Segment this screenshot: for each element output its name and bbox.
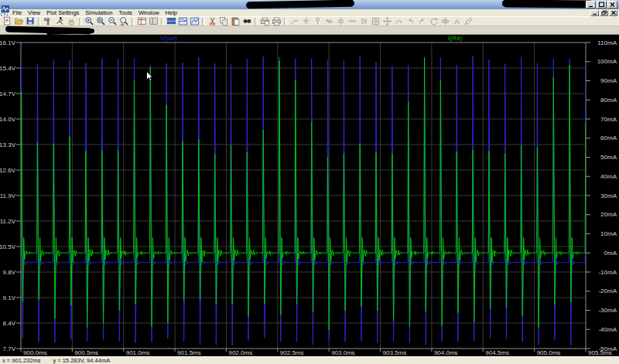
find-button[interactable]: [241, 17, 253, 26]
x-tick-label: 903.5ms: [383, 349, 407, 356]
x-tick-label: 905.0ms: [537, 349, 561, 356]
toolbar-separator: [202, 18, 205, 26]
y-left-tick-label: 14.0V: [0, 116, 16, 123]
x-tick-label: 901.0ms: [126, 349, 150, 356]
sync-plot-button[interactable]: [189, 17, 200, 26]
y-right-tick-label: -30mA: [598, 307, 617, 314]
menu-bar: FileViewPlot SettingsSimulationToolsWind…: [0, 9, 619, 16]
x-tick-label: 904.5ms: [485, 349, 509, 356]
edit-button: [463, 17, 474, 26]
zoom-back-button[interactable]: [118, 17, 130, 26]
y-left-tick-label: 12.6V: [0, 167, 16, 174]
menu-item-plot-settings[interactable]: Plot Settings: [43, 9, 82, 16]
mdi-restore-icon: [601, 10, 607, 15]
mouse-cursor-icon: [146, 71, 153, 82]
y-right-tick-label: 110mA: [597, 39, 617, 46]
diode-icon: [359, 16, 369, 26]
move-button: [381, 17, 393, 26]
new-schematic-button[interactable]: [2, 17, 13, 26]
menu-item-view[interactable]: View: [25, 9, 43, 16]
maximize-button[interactable]: [597, 1, 607, 9]
y-left-tick-label: 10.5V: [0, 243, 16, 250]
text-button: A: [451, 17, 463, 26]
print-button[interactable]: [271, 17, 282, 26]
mdi-minimize-button[interactable]: [590, 10, 599, 16]
zoom-in-button[interactable]: [84, 17, 95, 26]
mdi-minimize-icon: [592, 10, 598, 15]
mdi-restore-button[interactable]: [600, 10, 608, 16]
text-icon: A: [452, 16, 462, 26]
copy-icon: [219, 16, 229, 26]
inductor-icon: [347, 16, 357, 26]
trace-label[interactable]: I(R4): [448, 35, 462, 42]
y-right-tick-label: 50mA: [600, 154, 617, 161]
x-tick-label: 904.0ms: [434, 349, 458, 356]
y-right-tick-label: -40mA: [598, 326, 617, 333]
diode-button: [358, 17, 370, 26]
resistor-button: [323, 17, 335, 26]
waveform-plot[interactable]: 900.0ms900.5ms901.0ms901.5ms902.0ms902.5…: [0, 35, 619, 356]
mdi-close-icon: [610, 10, 617, 15]
open-button[interactable]: [13, 17, 25, 26]
ltspice-window: FileViewPlot SettingsSimulationToolsWind…: [0, 0, 619, 364]
x-tick-label: 900.5ms: [74, 349, 98, 356]
menu-item-help[interactable]: Help: [162, 9, 180, 16]
mdi-close-button[interactable]: [609, 10, 617, 16]
status-bar: x = 901.232ms y = 15.283V, 94.44mA: [0, 356, 619, 364]
halt-button: [66, 17, 77, 26]
minimize-button[interactable]: [586, 1, 596, 9]
paste-button[interactable]: [230, 17, 241, 26]
print-preview-button[interactable]: [259, 17, 271, 26]
mdi-window-controls: [590, 10, 617, 16]
capacitor-button: [335, 17, 347, 26]
maximize-icon: [598, 2, 605, 8]
inductor-button: [347, 17, 358, 26]
spice-netlist-button[interactable]: [136, 17, 148, 26]
svg-text:A: A: [454, 17, 460, 26]
plot-settings-button[interactable]: [166, 17, 177, 26]
cut-button[interactable]: [207, 17, 218, 26]
y-left-tick-label: 16.1V: [0, 39, 16, 46]
redo-button: [416, 17, 428, 26]
redaction-mark: [246, 0, 354, 9]
y-left-tick-label: 15.4V: [0, 65, 16, 72]
cursor-x-readout: x = 901.232ms: [2, 357, 40, 364]
resistor-icon: [324, 16, 334, 26]
move-icon: [382, 16, 392, 26]
run-button[interactable]: [54, 17, 66, 26]
x-tick-label: 901.5ms: [177, 349, 201, 356]
title-bar[interactable]: [0, 0, 619, 9]
print-icon: [272, 16, 282, 26]
y-left-tick-label: 14.7V: [0, 90, 16, 97]
control-panel-button[interactable]: [43, 17, 54, 26]
menu-item-simulation[interactable]: Simulation: [82, 9, 115, 16]
ground-icon: [301, 16, 311, 26]
x-tick-label: 902.0ms: [228, 349, 252, 356]
control-panel-icon: [43, 16, 53, 26]
waveform-canvas[interactable]: 900.0ms900.5ms901.0ms901.5ms902.0ms902.5…: [0, 35, 619, 356]
mirror-button: [439, 17, 451, 26]
add-plot-pane-button[interactable]: [177, 17, 189, 26]
zoom-out-icon: [108, 16, 118, 26]
find-icon: [242, 16, 252, 26]
plot-settings-icon: [166, 16, 176, 26]
error-log-button[interactable]: [148, 17, 159, 26]
y-right-tick-label: 80mA: [600, 97, 617, 104]
save-button[interactable]: [25, 17, 36, 26]
zoom-back-icon: [119, 16, 129, 26]
new-schematic-icon: [2, 16, 12, 26]
trace-label[interactable]: V(out): [160, 35, 177, 42]
zoom-out-button[interactable]: [107, 17, 118, 26]
close-button[interactable]: [607, 1, 617, 9]
drag-button: [393, 17, 405, 26]
menu-item-window[interactable]: Window: [135, 9, 162, 16]
spice-netlist-icon: [137, 16, 147, 26]
copy-button[interactable]: [218, 17, 230, 26]
rotate-icon: [429, 16, 439, 26]
redo-icon: [417, 16, 427, 26]
y-right-tick-label: -20mA: [598, 287, 617, 294]
toolbar-separator: [255, 18, 258, 26]
menu-item-tools[interactable]: Tools: [115, 9, 135, 16]
zoom-extents-button[interactable]: [95, 17, 107, 26]
menu-item-file[interactable]: File: [9, 9, 25, 16]
